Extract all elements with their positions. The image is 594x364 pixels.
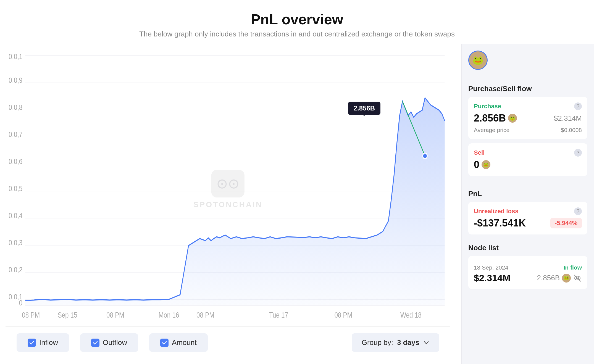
purchase-sell-title: Purchase/Sell flow <box>468 85 587 93</box>
node-inflow-label: In flow <box>564 264 582 271</box>
svg-text:Wed 18: Wed 18 <box>400 311 422 319</box>
svg-text:0,0,8: 0,0,8 <box>9 103 22 111</box>
page-wrapper: PnL overview The below graph only includ… <box>0 0 594 364</box>
sell-help-icon[interactable]: ? <box>574 149 582 157</box>
purchase-token-value: 2.856B <box>474 112 506 124</box>
unrealized-label: Unrealized loss <box>474 208 518 215</box>
amount-checkbox[interactable] <box>160 339 169 347</box>
svg-text:0,0,2: 0,0,2 <box>9 265 22 274</box>
node-token-row: 2.856B 🐸 <box>537 274 582 283</box>
svg-text:08 PM: 08 PM <box>22 311 40 319</box>
tooltip-value: 2.856B <box>354 104 375 112</box>
sell-label: Sell <box>474 149 485 156</box>
inflow-label: Inflow <box>39 338 58 347</box>
node-section: 18 Sep, 2024 In flow $2.314M 2.856B 🐸 <box>468 256 587 289</box>
unrealized-label-row: Unrealized loss ? <box>474 207 582 215</box>
divider-3 <box>468 239 587 239</box>
svg-text:Tue 17: Tue 17 <box>269 311 288 319</box>
svg-text:0,0,5: 0,0,5 <box>9 184 22 192</box>
sell-section: Sell ? 0 🐸 <box>468 143 587 176</box>
purchase-avatar: 🐸 <box>508 114 517 123</box>
sell-value-row: 0 🐸 <box>474 159 582 170</box>
svg-text:08 PM: 08 PM <box>196 311 214 319</box>
svg-text:0,0,1: 0,0,1 <box>9 52 22 61</box>
svg-text:0,0,9: 0,0,9 <box>9 76 22 84</box>
purchase-label-row: Purchase ? <box>474 102 582 110</box>
sell-token-value: 0 <box>474 159 479 170</box>
pnl-title: PnL <box>468 189 587 198</box>
sell-label-row: Sell ? <box>474 149 582 157</box>
outflow-filter[interactable]: Outflow <box>80 333 138 352</box>
chart-tooltip: 2.856B <box>348 102 380 115</box>
sell-avatar: 🐸 <box>482 160 490 169</box>
avg-price-value: $0.0008 <box>561 127 582 133</box>
amount-filter[interactable]: Amount <box>149 333 208 352</box>
sell-main-value: 0 🐸 <box>474 159 490 170</box>
svg-text:0,0,4: 0,0,4 <box>9 211 22 220</box>
purchase-value-row: 2.856B 🐸 $2.314M <box>474 112 582 124</box>
svg-text:08 PM: 08 PM <box>334 311 352 319</box>
node-value-row: $2.314M 2.856B 🐸 <box>474 273 582 283</box>
pnl-value: -$137.541K <box>474 217 526 229</box>
purchase-usd-value: $2.314M <box>554 114 582 123</box>
node-date-row: 18 Sep, 2024 In flow <box>474 264 582 271</box>
node-list-title: Node list <box>468 244 587 252</box>
svg-text:0,0,6: 0,0,6 <box>9 157 22 165</box>
chart-svg: 0 0,0,1 0,0,2 0,0,3 0,0,4 0,0,5 0,0,6 0,… <box>6 52 450 326</box>
divider-2 <box>468 185 587 185</box>
avg-price-label: Average price <box>474 127 509 133</box>
avg-price-row: Average price $0.0008 <box>474 127 582 133</box>
main-content: ⊙⊙ SPOTONCHAIN 2.856B <box>0 44 594 364</box>
pnl-card: Unrealized loss ? -$137.541K -5.944% <box>468 202 587 234</box>
pnl-badge: -5.944% <box>550 218 582 228</box>
node-avatar: 🐸 <box>562 274 571 283</box>
eye-icon[interactable] <box>573 274 582 283</box>
inflow-filter[interactable]: Inflow <box>17 333 69 352</box>
svg-text:08 PM: 08 PM <box>106 311 124 319</box>
svg-text:0,0,3: 0,0,3 <box>9 238 22 247</box>
group-by-label: Group by: <box>362 338 393 347</box>
filter-bar: Inflow Outflow Amount Group by: 3 da <box>6 326 450 358</box>
svg-text:Sep 15: Sep 15 <box>58 311 77 319</box>
purchase-section: Purchase ? 2.856B 🐸 $2.314M Average pric… <box>468 97 587 139</box>
right-panel: 🐸 Purchase/Sell flow Purchase ? 2.856B 🐸… <box>461 44 594 364</box>
inflow-checkbox[interactable] <box>28 339 36 347</box>
svg-text:0,0,1: 0,0,1 <box>9 292 22 301</box>
node-token-value: 2.856B <box>537 274 560 282</box>
avatar-row: 🐸 <box>468 51 587 70</box>
divider-1 <box>468 80 587 80</box>
outflow-label: Outflow <box>103 338 127 347</box>
chart-area: ⊙⊙ SPOTONCHAIN 2.856B <box>0 44 461 364</box>
avatar: 🐸 <box>468 51 488 70</box>
outflow-checkbox[interactable] <box>91 339 99 347</box>
amount-label: Amount <box>172 338 197 347</box>
svg-line-34 <box>574 275 581 281</box>
chevron-down-icon <box>423 340 429 346</box>
purchase-main-value: 2.856B 🐸 <box>474 112 517 124</box>
purchase-help-icon[interactable]: ? <box>574 102 582 110</box>
pnl-value-row: -$137.541K -5.944% <box>474 217 582 229</box>
page-title: PnL overview <box>0 11 594 28</box>
chart-container: ⊙⊙ SPOTONCHAIN 2.856B <box>6 52 450 326</box>
svg-text:0,0,7: 0,0,7 <box>9 130 22 138</box>
group-by-value: 3 days <box>397 338 419 347</box>
node-usd-value: $2.314M <box>474 273 510 283</box>
page-subtitle: The below graph only includes the transa… <box>0 30 594 38</box>
svg-point-23 <box>423 153 427 159</box>
node-item: 18 Sep, 2024 In flow $2.314M 2.856B 🐸 <box>474 264 582 283</box>
unrealized-help-icon[interactable]: ? <box>574 207 582 215</box>
svg-text:Mon 16: Mon 16 <box>159 311 179 319</box>
node-date: 18 Sep, 2024 <box>474 264 508 271</box>
purchase-label: Purchase <box>474 103 501 110</box>
page-header: PnL overview The below graph only includ… <box>0 0 594 44</box>
group-by-button[interactable]: Group by: 3 days <box>352 333 439 352</box>
